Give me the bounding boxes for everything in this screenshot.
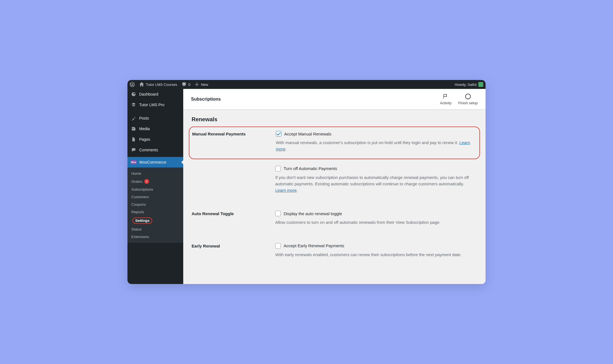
admin-sidebar: Dashboard Tutor LMS Pro Posts Media Page… [127,89,183,284]
comments-bubble[interactable]: 0 [182,82,190,87]
app-window: Tutor LMS Courses 0 New Howdy, Saiful Da… [127,80,486,284]
section-heading: Renewals [192,116,477,123]
finish-setup-button[interactable]: Finish setup [458,93,478,105]
turnoff-auto-label: Turn off Automatic Payments [284,166,337,171]
sidebar-item-pages[interactable]: Pages [127,134,183,145]
orders-badge: 2 [144,179,149,184]
dashboard-icon [131,91,136,97]
turnoff-learn-more-link[interactable]: Learn more [275,188,297,193]
avatar [478,82,483,87]
sidebar-item-tutor-pro[interactable]: Tutor LMS Pro [127,100,183,110]
howdy-user[interactable]: Howdy, Saiful [455,82,483,87]
svg-point-0 [465,94,470,99]
sub-coupons[interactable]: Coupons [127,201,183,208]
sidebar-item-woocommerce[interactable]: Woo WooCommerce [127,157,183,168]
media-icon [131,126,136,132]
flag-icon [442,93,449,100]
early-renewal-desc: With early renewals enabled, customers c… [275,251,473,258]
turnoff-auto-checkbox[interactable] [275,166,281,171]
page-icon [131,137,136,142]
manual-desc: With manual renewals, a customer's subsc… [276,139,474,152]
woocommerce-submenu: Home Orders 2 Subscriptions Customers Co… [127,168,183,243]
sub-extensions[interactable]: Extensions [127,233,183,241]
circle-icon [465,93,471,100]
sub-status[interactable]: Status [127,225,183,233]
comment-icon [131,147,136,153]
wp-logo-icon[interactable] [130,82,135,87]
sub-reports[interactable]: Reports [127,208,183,216]
display-auto-toggle-label: Display the auto renewal toggle [284,211,342,216]
settings-highlight: Settings [132,217,152,224]
auto-toggle-label: Auto Renewal Toggle [192,211,275,232]
home-link[interactable]: Tutor LMS Courses [139,82,177,87]
early-renewal-checkbox-label: Accept Early Renewal Payments [284,243,344,248]
tutor-icon [131,102,136,108]
accept-manual-checkbox[interactable] [276,131,281,137]
sub-subscriptions[interactable]: Subscriptions [127,186,183,193]
auto-toggle-desc: Allow customers to turn on and off autom… [275,219,473,225]
sidebar-item-comments[interactable]: Comments [127,145,183,155]
woo-icon: Woo [131,159,136,165]
new-content[interactable]: New [195,82,208,87]
content-area: Subscriptions Activity Finish setup Rene… [183,89,486,284]
site-title: Tutor LMS Courses [146,82,177,87]
display-auto-toggle-checkbox[interactable] [275,211,281,216]
turnoff-desc: If you don't want new subscription purch… [275,174,473,194]
manual-renewal-highlight: Manual Renewal Payments Accept Manual Re… [189,127,480,159]
early-renewal-label: Early Renewal [192,243,275,264]
early-renewal-checkbox[interactable] [275,243,281,249]
sub-settings-wrap: Settings [127,216,183,225]
howdy-text: Howdy, Saiful [455,82,477,87]
admin-bar: Tutor LMS Courses 0 New Howdy, Saiful [127,80,486,89]
sidebar-item-dashboard[interactable]: Dashboard [127,89,183,100]
manual-renewal-label: Manual Renewal Payments [192,131,276,155]
activity-button[interactable]: Activity [440,93,452,105]
sidebar-item-media[interactable]: Media [127,123,183,134]
pin-icon [131,115,136,121]
accept-manual-label: Accept Manual Renewals [284,132,331,136]
sidebar-item-posts[interactable]: Posts [127,113,183,123]
new-label: New [201,82,208,87]
sub-home[interactable]: Home [127,170,183,177]
page-topbar: Subscriptions Activity Finish setup [183,89,486,110]
comments-count: 0 [188,82,190,87]
sub-settings[interactable]: Settings [135,219,149,223]
sub-orders[interactable]: Orders 2 [127,177,183,186]
sub-customers[interactable]: Customers [127,193,183,201]
page-title: Subscriptions [191,97,221,102]
